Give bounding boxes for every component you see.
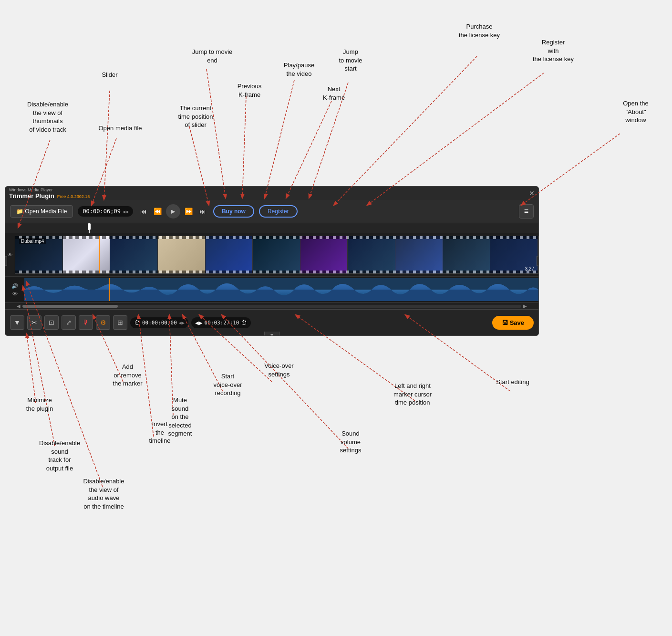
ruler-mark-5: 00:01:15;00 [189, 223, 209, 223]
thumbnail-strip [15, 236, 538, 273]
ruler-mark-3: 00:00:45;00 [117, 223, 137, 223]
ruler-mark-12: 00:03:00;00 [439, 223, 459, 223]
scroll-track[interactable] [22, 305, 521, 308]
right-expand-tab[interactable]: ▶ [537, 256, 539, 266]
settings-button[interactable]: ⚙ [96, 315, 110, 330]
ruler-mark-11: 00:02:45;00 [403, 223, 424, 223]
end-time: 00:03:27;10 [205, 320, 239, 326]
ruler-mark-0: 00:00:00;00 [15, 223, 35, 223]
ruler-mark-7: 00:01:45;00 [260, 223, 280, 223]
annotation-minimize: Minimizethe plugin [13, 396, 66, 413]
ruler-mark-4: 00:01:00;00 [153, 223, 173, 223]
plugin-version: Free 4.0.2302.15 [57, 194, 90, 199]
svg-line-3 [104, 91, 110, 199]
annotation-jump-start: Jumpto moviestart [329, 48, 372, 73]
thumb-7 [300, 236, 348, 273]
menu-button[interactable]: ≡ [519, 204, 534, 219]
start-time-marker: ⏱ 00:00:00;00 ◀▶ [130, 317, 188, 328]
left-expand-tab[interactable]: ◀ [5, 256, 7, 266]
fit-button[interactable]: ⤢ [62, 315, 76, 330]
waveform-svg [24, 278, 538, 301]
time-arrows: ◀◀ [123, 209, 128, 214]
play-button[interactable]: ▶ [166, 204, 180, 219]
save-button[interactable]: 🖫 Save [492, 316, 534, 330]
annotation-slider: Slider [91, 71, 129, 79]
audio-volume-icon[interactable]: 🔊 [11, 283, 18, 289]
register-button[interactable]: Register [259, 205, 298, 218]
annotation-purchase: Purchasethe license key [448, 22, 510, 39]
svg-line-14 [27, 334, 36, 403]
annotation-next-kframe: NextK-frame [312, 85, 355, 102]
end-time-marker: ◀▶ 00:03:27;10 ⏱ [191, 317, 251, 328]
filter-button[interactable]: ▼ [10, 315, 24, 330]
svg-line-11 [334, 56, 477, 205]
playback-controls: ⏮ ⏪ ▶ ⏩ ⏭ [138, 204, 208, 219]
levels-button[interactable]: ⊞ [113, 315, 127, 330]
audio-track: 🔊 👁 [5, 276, 538, 302]
scroll-thumb[interactable] [22, 305, 118, 308]
thumb-5 [206, 236, 253, 273]
svg-line-12 [367, 73, 544, 205]
track-filename: Dubai.mp4 [19, 238, 46, 244]
thumb-6 [253, 236, 300, 273]
ruler-mark-2: 00:00:30;00 [82, 223, 102, 223]
annotation-mute: Mutesoundon theselectedsegment [153, 396, 207, 438]
start-time: 00:00:00;00 [142, 320, 177, 326]
title-bar: Windows Media Player Trimmer Plugin Free… [5, 187, 538, 200]
thumb-3 [110, 236, 158, 273]
ruler-mark-8: 00:02:00;00 [296, 223, 316, 223]
jump-end-button[interactable]: ⏭ [197, 206, 208, 217]
annotation-jump-end: Jump to movieend [186, 48, 238, 64]
horizontal-scrollbar: ◀ ▶ [5, 302, 538, 309]
scroll-left-arrow[interactable]: ◀ [15, 303, 22, 309]
minimize-tab[interactable]: ▼ [264, 332, 279, 336]
close-button[interactable]: ✕ [529, 189, 535, 197]
annotation-about: Open the"About"window [605, 99, 667, 125]
scissors-button[interactable]: ✂ [27, 315, 41, 330]
thumb-10 [443, 236, 491, 273]
ruler-mark-1: 00:00:15;00 [46, 223, 66, 223]
ruler-mark-9: 00:02:15;00 [332, 223, 352, 223]
thumb-4 [158, 236, 206, 273]
audio-eye-icon[interactable]: 👁 [12, 291, 18, 297]
open-media-button[interactable]: 📁 Open Media File [10, 205, 73, 218]
playhead-line [99, 236, 100, 273]
thumb-8 [348, 236, 395, 273]
ruler-mark-10: 00:02:30;00 [368, 223, 388, 223]
next-kframe-button[interactable]: ⏩ [182, 206, 195, 217]
annotation-disable-sound: Disable/enablesoundtrack foroutput file [29, 439, 91, 472]
video-track: 👁 Dubai.mp4 3:27 [5, 233, 538, 276]
annotation-disable-thumbnails: Disable/enablethe view ofthumbnailsof vi… [14, 100, 81, 134]
title-bar-left: Windows Media Player Trimmer Plugin Free… [9, 188, 90, 199]
annotation-disable-audio-wave: Disable/enablethe view ofaudio waveon th… [69, 477, 138, 511]
annotation-voiceover-settings: Voice-oversettings [253, 362, 305, 378]
annotation-current-time: The currenttime positionof slider [165, 104, 227, 129]
video-thumbnails: Dubai.mp4 3:27 [15, 236, 538, 274]
prev-kframe-button[interactable]: ⏪ [151, 206, 164, 217]
timeline-ruler: 00:00:00;00 00:00:15;00 00:00:30;00 00:0… [5, 223, 538, 233]
slider-indicator [89, 223, 90, 233]
ruler-mark-13: 00:03:15;00 [475, 223, 495, 223]
player-window: Windows Media Player Trimmer Plugin Free… [5, 186, 539, 336]
time-display: 00:00:06;09 ◀◀ [78, 206, 133, 217]
annotation-add-marker: Addor removethe marker [100, 363, 155, 388]
ruler-mark-6: 00:01:30;00 [225, 223, 245, 223]
annotation-prev-kframe: PreviousK-frame [223, 82, 276, 99]
annotation-play-pause: Play/pausethe video [273, 61, 325, 78]
buy-now-button[interactable]: Buy now [213, 205, 254, 218]
annotation-start-editing: Start editing [486, 378, 539, 386]
scroll-right-arrow[interactable]: ▶ [521, 303, 529, 309]
svg-line-6 [207, 69, 226, 198]
jump-start-button[interactable]: ⏮ [138, 206, 149, 217]
audio-icons: 🔊 👁 [5, 283, 24, 297]
annotation-sound-volume: Soundvolumesettings [324, 429, 377, 455]
waveform-container [24, 278, 538, 301]
wmp-label: Windows Media Player [9, 188, 90, 192]
mute-record-button[interactable]: 🎙 [79, 315, 93, 330]
annotation-register: Registerwiththe license key [520, 38, 587, 63]
annotation-start-voiceover: Startvoice-overrecording [200, 372, 255, 397]
invert-button[interactable]: ⊡ [44, 315, 59, 330]
current-time: 00:00:06;09 [83, 208, 120, 215]
thumb-9 [395, 236, 443, 273]
film-strip-bottom [15, 271, 538, 273]
